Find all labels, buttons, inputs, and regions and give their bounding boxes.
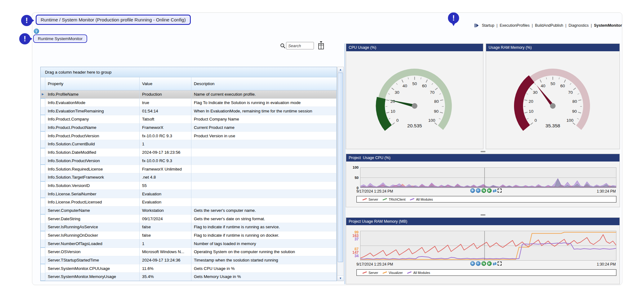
zoom-out-button[interactable]: −	[476, 188, 481, 193]
row-indicator	[41, 239, 45, 248]
table-row[interactable]: Server.TStartupStartedTime2024-09-17 13:…	[41, 256, 337, 265]
search-input[interactable]	[286, 42, 314, 49]
splitter-grip[interactable]	[481, 214, 485, 216]
pan-right-button[interactable]: ►	[487, 261, 492, 266]
scrollbar-down-button[interactable]: ▼	[338, 276, 343, 281]
svg-text:10: 10	[529, 109, 534, 114]
table-row[interactable]: Info.License.ProductLicensedEvaluation	[41, 198, 337, 207]
table-row[interactable]: Server.DateString09/17/2024Gets the serv…	[41, 215, 337, 223]
svg-text:35.358: 35.358	[545, 123, 560, 128]
breadcrumb-item-diagnostics[interactable]: Diagnostics	[569, 23, 589, 28]
cell-property: Server.NumberOfTagsLoaded	[45, 239, 140, 248]
legend-swatch-icon	[362, 271, 367, 274]
splitter-grip[interactable]	[481, 151, 485, 152]
cell-value: 1	[140, 239, 191, 248]
info-icon[interactable]: i	[34, 29, 39, 34]
cell-value: true	[140, 99, 191, 107]
breadcrumb-item-systemmonitor[interactable]: SystemMonitor	[594, 23, 622, 28]
pan-right-button[interactable]: ►	[487, 188, 492, 193]
breadcrumb-separator: |	[532, 23, 533, 28]
cell-description	[191, 165, 337, 173]
selected-row-indicator: ▶	[41, 90, 45, 99]
cpu-chart-start-time: 9/17/2024 1:25:24 PM	[356, 189, 393, 194]
row-indicator	[41, 140, 45, 148]
table-row[interactable]: Server.IsRunningAsServicefalseFlag to in…	[41, 223, 337, 231]
svg-text:90: 90	[572, 109, 577, 114]
cell-value: false	[140, 231, 191, 240]
ram-chart-title: Project Usage RAM Memory (MB)	[346, 218, 619, 225]
zoom-in-button[interactable]: +	[470, 188, 475, 193]
row-indicator	[41, 215, 45, 223]
table-row[interactable]: Info.Solution.ProductVersionfx-10.0.0 RC…	[41, 157, 337, 165]
table-row[interactable]: Info.EvaluationModetrueFlag To Indicate …	[41, 99, 337, 107]
cell-property: Info.License.SerialNumber	[45, 190, 140, 198]
ram-chart-plot[interactable]	[360, 231, 616, 261]
table-row[interactable]: Server.SystemMonitor.CPUUsage11.6%Gets C…	[41, 264, 337, 273]
cell-value: 11.6%	[140, 264, 191, 273]
table-row[interactable]: Server.NumberOfTagsLoaded1Number of tags…	[41, 239, 337, 248]
zoom-in-button[interactable]: +	[470, 261, 475, 266]
breadcrumb-item-buildandpublish[interactable]: BuildAndPublish	[535, 23, 563, 28]
scrollbar-up-button[interactable]: ▲	[338, 67, 343, 72]
column-header-property[interactable]: Property	[45, 77, 140, 90]
table-row[interactable]: Info.Solution.DateModified2024-09-17 16:…	[41, 148, 337, 157]
refresh-button[interactable]: ⇄	[493, 261, 497, 266]
cpu-chart-plot[interactable]	[360, 167, 616, 188]
table-row[interactable]: ▶Info.ProfileNameProductionName of curre…	[41, 90, 337, 99]
scrollbar-track[interactable]	[338, 262, 343, 276]
legend-label: Visualizer	[389, 271, 403, 275]
table-row[interactable]: Info.Product.ProductNameFrameworXCurrent…	[41, 124, 337, 132]
grid-vertical-scrollbar[interactable]: ▲ ▼	[337, 67, 344, 281]
column-header-description[interactable]: Description	[191, 77, 337, 90]
cell-description: Flag to indicate if runtime is running o…	[191, 231, 337, 240]
group-by-band[interactable]: Drag a column header here to group	[41, 67, 337, 77]
table-row[interactable]: Info.Solution.CurrentBuild1	[41, 140, 337, 148]
row-indicator	[41, 107, 45, 115]
refresh-button[interactable]: ⇄	[493, 188, 497, 193]
ram-chart-card: Project Usage RAM Memory (MB) 9916337871…	[346, 217, 620, 284]
table-row[interactable]: Info.License.SerialNumberEvaluation	[41, 190, 337, 198]
cell-value: FrameworX Unlimited	[140, 165, 191, 173]
pan-left-button[interactable]: ◄	[481, 188, 486, 193]
fullscreen-button[interactable]	[498, 262, 502, 266]
row-indicator	[41, 207, 45, 215]
cell-description: Flag To Indicate the Solution is running…	[191, 99, 337, 107]
table-row[interactable]: Info.Product.CompanyTatsoftProduct Compa…	[41, 115, 337, 124]
table-row[interactable]: Info.Solution.TargetFramework.net 4.8	[41, 173, 337, 182]
cpu-chart-title: Project Usage CPU (%)	[346, 154, 619, 162]
runtime-systemmonitor-badge[interactable]: Runtime SystemMonitor	[33, 34, 87, 43]
breadcrumb-item-startup[interactable]: Startup	[482, 23, 494, 28]
page-title-badge[interactable]: Runtime / System Monitor (Production pro…	[36, 15, 191, 25]
scrollbar-thumb[interactable]	[338, 73, 343, 262]
breadcrumb-item-executionprofiles[interactable]: ExecutionProfiles	[500, 23, 530, 28]
table-row[interactable]: Info.Solution.RequiredLicenseFrameworX U…	[41, 165, 337, 173]
row-indicator	[41, 148, 45, 157]
table-row[interactable]: Server.IsRunningOnDockerfalseFlag to ind…	[41, 231, 337, 240]
pan-left-button[interactable]: ◄	[481, 261, 486, 266]
legend-label: TRichClient	[389, 198, 405, 201]
ram-chart-toolbar: +−◄►⇄	[470, 261, 502, 266]
table-row[interactable]: Info.EvaluationTimeRemaining01:54:14When…	[41, 107, 337, 115]
breadcrumb-separator: |	[591, 23, 592, 28]
table-row[interactable]: Info.Product.ProductVersionfx-10.0.0 RC …	[41, 132, 337, 140]
cpu-gauge-card: CPU Usage (%) 010203040506070809010020.5…	[346, 43, 483, 149]
table-row[interactable]: Server.ComputerNameWorkstationGets the s…	[41, 207, 337, 215]
cell-description: Flag to indicate if runtime is running a…	[191, 223, 337, 231]
table-row[interactable]: Server.SystemMonitor.MemoryUsage35.4%Get…	[41, 273, 337, 281]
row-indicator	[41, 99, 45, 107]
ram-gauge-card: Usage RAM Memory (%) 0102030405060708090…	[486, 43, 620, 149]
cell-value: 09/17/2024	[140, 215, 191, 223]
cell-property: Info.Product.Company	[45, 115, 140, 124]
cell-property: Server.OSVersion	[45, 248, 140, 256]
column-header-value[interactable]: Value	[140, 77, 191, 90]
table-row[interactable]: Server.OSVersionMicrosoft Windows N...Op…	[41, 248, 337, 256]
svg-text:100: 100	[566, 118, 574, 123]
legend-item: Server	[362, 198, 378, 201]
fullscreen-button[interactable]	[498, 189, 502, 193]
zoom-out-button[interactable]: −	[476, 261, 481, 266]
column-chooser-icon[interactable]	[318, 41, 324, 50]
grid-header-row: Property Value Description	[41, 77, 337, 90]
table-row[interactable]: Info.Solution.VersionID55	[41, 182, 337, 190]
cell-description	[191, 157, 337, 165]
cell-property: Server.SystemMonitor.CPUUsage	[45, 264, 140, 273]
